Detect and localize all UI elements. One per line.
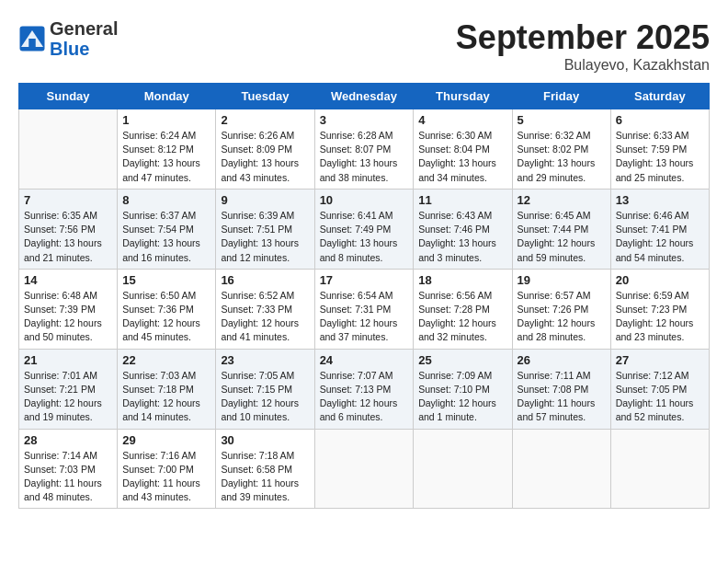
daylight: Daylight: 11 hours and 57 minutes. [518, 397, 596, 422]
sunset: Sunset: 8:12 PM [122, 144, 194, 155]
sunset: Sunset: 7:26 PM [518, 304, 589, 315]
day-header-tuesday: Tuesday [216, 84, 314, 109]
day-number: 24 [320, 353, 409, 367]
sunrise: Sunrise: 6:24 AM [122, 130, 196, 141]
sunset: Sunset: 7:03 PM [24, 464, 96, 475]
day-info: Sunrise: 7:18 AMSunset: 6:58 PMDaylight:… [221, 449, 309, 505]
logo-blue: Blue [50, 39, 118, 59]
day-info: Sunrise: 7:11 AMSunset: 7:08 PMDaylight:… [518, 369, 606, 425]
calendar-day-cell: 30Sunrise: 7:18 AMSunset: 6:58 PMDayligh… [216, 429, 314, 509]
calendar-day-cell: 25Sunrise: 7:09 AMSunset: 7:10 PMDayligh… [414, 349, 512, 429]
sunset: Sunset: 7:28 PM [418, 304, 490, 315]
daylight: Daylight: 11 hours and 43 minutes. [122, 477, 200, 502]
day-info: Sunrise: 6:43 AMSunset: 7:46 PMDaylight:… [418, 209, 506, 265]
daylight: Daylight: 13 hours and 38 minutes. [320, 157, 398, 182]
day-info: Sunrise: 6:56 AMSunset: 7:28 PMDaylight:… [418, 289, 506, 345]
daylight: Daylight: 13 hours and 47 minutes. [122, 157, 200, 182]
day-number: 21 [24, 353, 112, 367]
calendar-day-cell: 12Sunrise: 6:45 AMSunset: 7:44 PMDayligh… [512, 189, 610, 269]
daylight: Daylight: 12 hours and 59 minutes. [518, 237, 596, 262]
day-number: 26 [518, 353, 606, 367]
calendar-day-cell: 5Sunrise: 6:32 AMSunset: 8:02 PMDaylight… [512, 109, 610, 190]
calendar-day-cell: 29Sunrise: 7:16 AMSunset: 7:00 PMDayligh… [118, 429, 216, 509]
calendar-week-row: 14Sunrise: 6:48 AMSunset: 7:39 PMDayligh… [19, 269, 710, 349]
day-info: Sunrise: 7:12 AMSunset: 7:05 PMDaylight:… [616, 369, 704, 425]
calendar-day-cell: 4Sunrise: 6:30 AMSunset: 8:04 PMDaylight… [414, 109, 512, 190]
sunset: Sunset: 7:59 PM [616, 144, 688, 155]
sunset: Sunset: 7:21 PM [24, 384, 96, 395]
daylight: Daylight: 12 hours and 14 minutes. [122, 397, 200, 422]
day-info: Sunrise: 7:03 AMSunset: 7:18 PMDaylight:… [122, 369, 210, 425]
day-number: 14 [24, 273, 112, 287]
sunrise: Sunrise: 6:56 AM [418, 290, 492, 301]
day-number: 22 [122, 353, 210, 367]
logo-general: General [50, 18, 118, 39]
day-number: 20 [616, 273, 704, 287]
calendar-day-cell: 7Sunrise: 6:35 AMSunset: 7:56 PMDaylight… [19, 189, 118, 269]
sunrise: Sunrise: 6:59 AM [616, 290, 689, 301]
day-number: 16 [221, 273, 309, 287]
day-number: 2 [221, 113, 309, 127]
daylight: Daylight: 12 hours and 28 minutes. [518, 317, 596, 342]
sunrise: Sunrise: 7:14 AM [24, 450, 97, 461]
daylight: Daylight: 12 hours and 19 minutes. [24, 397, 102, 422]
day-info: Sunrise: 7:05 AMSunset: 7:15 PMDaylight:… [221, 369, 309, 425]
daylight: Daylight: 13 hours and 3 minutes. [418, 237, 496, 262]
calendar-day-cell [314, 429, 414, 509]
day-info: Sunrise: 6:48 AMSunset: 7:39 PMDaylight:… [24, 289, 112, 345]
day-info: Sunrise: 6:32 AMSunset: 8:02 PMDaylight:… [518, 129, 606, 185]
daylight: Daylight: 12 hours and 54 minutes. [616, 237, 694, 262]
daylight: Daylight: 13 hours and 16 minutes. [122, 237, 200, 262]
day-number: 1 [122, 113, 210, 127]
calendar-day-cell: 17Sunrise: 6:54 AMSunset: 7:31 PMDayligh… [314, 269, 414, 349]
day-header-thursday: Thursday [414, 84, 512, 109]
day-info: Sunrise: 6:41 AMSunset: 7:49 PMDaylight:… [320, 209, 409, 265]
daylight: Daylight: 13 hours and 25 minutes. [616, 157, 694, 182]
day-number: 13 [616, 193, 704, 207]
sunset: Sunset: 8:02 PM [518, 144, 589, 155]
day-info: Sunrise: 6:33 AMSunset: 7:59 PMDaylight:… [616, 129, 704, 185]
sunrise: Sunrise: 6:45 AM [518, 210, 591, 221]
sunrise: Sunrise: 6:46 AM [616, 210, 689, 221]
calendar-week-row: 7Sunrise: 6:35 AMSunset: 7:56 PMDaylight… [19, 189, 710, 269]
sunset: Sunset: 7:36 PM [122, 304, 194, 315]
calendar-day-cell: 19Sunrise: 6:57 AMSunset: 7:26 PMDayligh… [512, 269, 610, 349]
day-number: 9 [221, 193, 309, 207]
calendar-day-cell: 8Sunrise: 6:37 AMSunset: 7:54 PMDaylight… [118, 189, 216, 269]
day-info: Sunrise: 6:57 AMSunset: 7:26 PMDaylight:… [518, 289, 606, 345]
sunset: Sunset: 7:13 PM [320, 384, 392, 395]
sunrise: Sunrise: 6:37 AM [122, 210, 196, 221]
calendar-day-cell: 9Sunrise: 6:39 AMSunset: 7:51 PMDaylight… [216, 189, 314, 269]
day-number: 28 [24, 433, 112, 447]
sunset: Sunset: 7:00 PM [122, 464, 194, 475]
day-info: Sunrise: 6:24 AMSunset: 8:12 PMDaylight:… [122, 129, 210, 185]
day-number: 12 [518, 193, 606, 207]
sunset: Sunset: 8:09 PM [221, 144, 292, 155]
sunrise: Sunrise: 7:07 AM [320, 370, 393, 381]
day-info: Sunrise: 6:26 AMSunset: 8:09 PMDaylight:… [221, 129, 309, 185]
month-title: September 2025 [456, 18, 710, 57]
day-info: Sunrise: 7:01 AMSunset: 7:21 PMDaylight:… [24, 369, 112, 425]
day-info: Sunrise: 6:39 AMSunset: 7:51 PMDaylight:… [221, 209, 309, 265]
sunrise: Sunrise: 6:32 AM [518, 130, 591, 141]
calendar-day-cell: 13Sunrise: 6:46 AMSunset: 7:41 PMDayligh… [610, 189, 709, 269]
calendar-day-cell: 15Sunrise: 6:50 AMSunset: 7:36 PMDayligh… [118, 269, 216, 349]
calendar-day-cell: 11Sunrise: 6:43 AMSunset: 7:46 PMDayligh… [414, 189, 512, 269]
calendar-day-cell: 3Sunrise: 6:28 AMSunset: 8:07 PMDaylight… [314, 109, 414, 190]
sunrise: Sunrise: 6:48 AM [24, 290, 97, 301]
calendar-day-cell: 6Sunrise: 6:33 AMSunset: 7:59 PMDaylight… [610, 109, 709, 190]
calendar-day-cell [414, 429, 512, 509]
sunrise: Sunrise: 6:35 AM [24, 210, 97, 221]
daylight: Daylight: 11 hours and 48 minutes. [24, 477, 102, 502]
day-info: Sunrise: 7:07 AMSunset: 7:13 PMDaylight:… [320, 369, 409, 425]
daylight: Daylight: 13 hours and 29 minutes. [518, 157, 596, 182]
daylight: Daylight: 11 hours and 52 minutes. [616, 397, 694, 422]
calendar-day-cell: 2Sunrise: 6:26 AMSunset: 8:09 PMDaylight… [216, 109, 314, 190]
sunset: Sunset: 7:56 PM [24, 224, 96, 235]
calendar-day-cell: 10Sunrise: 6:41 AMSunset: 7:49 PMDayligh… [314, 189, 414, 269]
daylight: Daylight: 12 hours and 50 minutes. [24, 317, 102, 342]
sunset: Sunset: 7:49 PM [320, 224, 392, 235]
sunset: Sunset: 7:33 PM [221, 304, 292, 315]
calendar-day-cell: 26Sunrise: 7:11 AMSunset: 7:08 PMDayligh… [512, 349, 610, 429]
location: Bulayevo, Kazakhstan [456, 57, 710, 74]
